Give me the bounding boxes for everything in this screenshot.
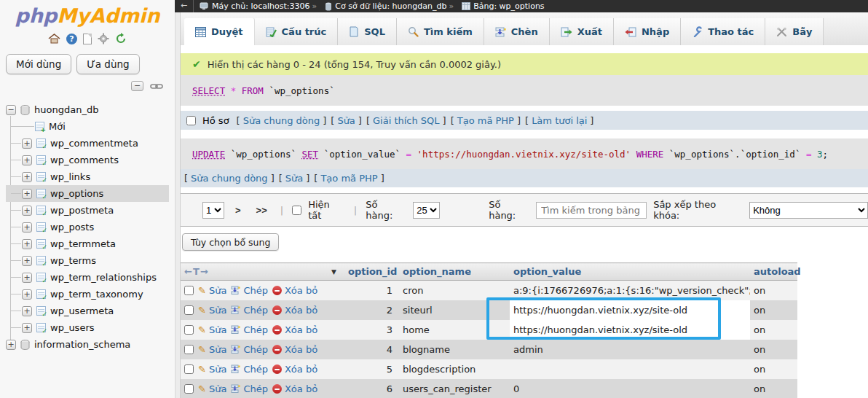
tab-sql[interactable]: SQL [338, 18, 397, 45]
tab-recent[interactable]: Mới dùng [6, 54, 71, 74]
tree-table-wp_users[interactable]: +✓wp_users [6, 319, 175, 336]
cell-option_value-highlighted[interactable]: https://huongdan.vietnix.xyz/site-old [510, 300, 750, 320]
column-header-autoload[interactable]: autoload [750, 263, 797, 281]
row-checkbox[interactable] [184, 305, 194, 315]
row-delete-link[interactable]: Xóa bỏ [272, 344, 317, 355]
tab-favorites[interactable]: Ưa dùng [76, 54, 139, 74]
tab-operations[interactable]: Thao tác [681, 18, 765, 45]
row-checkbox[interactable] [184, 345, 194, 354]
phpmyadmin-logo[interactable]: phpMyAdmin [0, 0, 175, 27]
tab-import[interactable]: Nhập [614, 18, 681, 45]
tree-table-wp_term_taxonomy[interactable]: +✓wp_term_taxonomy [6, 286, 175, 303]
sort-by-key-select[interactable]: Không [749, 202, 868, 219]
cell-option_value[interactable]: 0 [510, 379, 750, 398]
tree-table-wp_comments[interactable]: +✓wp_comments [6, 152, 175, 168]
column-arrows-icon[interactable]: ←T→ [184, 266, 209, 277]
table-search-input[interactable] [536, 202, 647, 219]
expand-icon[interactable]: + [22, 222, 32, 233]
row-delete-link[interactable]: Xóa bỏ [272, 364, 317, 375]
breadcrumb-database-link[interactable]: Cơ sở dữ liệu: huongdan_db [335, 1, 446, 11]
link-icon[interactable] [150, 82, 163, 90]
create-php-code-link[interactable]: Tạo mã PHP [457, 115, 514, 126]
tree-table-wp_posts[interactable]: +✓wp_posts [6, 219, 175, 235]
help-icon[interactable]: ? [66, 34, 77, 44]
row-copy-link[interactable]: Chép [231, 324, 268, 335]
row-edit-link[interactable]: ✎Sửa [198, 324, 226, 335]
tab-triggers[interactable]: Bẫy [765, 18, 824, 45]
console-icon[interactable] [83, 34, 92, 44]
row-copy-link[interactable]: Chép [231, 364, 268, 375]
tree-table-wp_postmeta[interactable]: +✓wp_postmeta [6, 202, 175, 219]
show-all-checkbox[interactable] [292, 206, 301, 215]
tab-structure[interactable]: Cấu trúc [255, 18, 339, 45]
refresh-link[interactable]: Làm tươi lại [532, 115, 587, 126]
tree-db-information_schema[interactable]: + information_schema [6, 336, 175, 353]
profiling-checkbox[interactable] [186, 116, 196, 125]
tab-browse[interactable]: Duyệt [184, 18, 255, 45]
expand-icon[interactable]: + [22, 138, 32, 149]
expand-icon[interactable]: + [22, 172, 32, 182]
row-delete-link[interactable]: Xóa bỏ [272, 383, 317, 394]
edit-link[interactable]: Sửa [285, 173, 303, 184]
expand-icon[interactable]: + [22, 239, 32, 249]
extra-options-button[interactable]: Tùy chọn bổ sung [182, 233, 279, 251]
row-checkbox[interactable] [184, 364, 194, 374]
row-copy-link[interactable]: Chép [231, 285, 268, 296]
explain-sql-link[interactable]: Giải thích SQL [373, 115, 440, 126]
expand-icon[interactable]: + [22, 155, 32, 165]
next-page-button[interactable]: > [231, 203, 245, 217]
tree-new-table[interactable]: + Mới [6, 118, 175, 135]
row-checkbox[interactable] [184, 286, 194, 295]
tree-table-wp_links[interactable]: +✓wp_links [6, 168, 175, 185]
tab-insert[interactable]: Chèn [484, 18, 550, 45]
column-header-option_id[interactable]: option_id [344, 263, 399, 281]
tree-table-wp_usermeta[interactable]: +✓wp_usermeta [6, 303, 175, 319]
row-checkbox[interactable] [184, 325, 194, 335]
tab-search[interactable]: Tìm kiếm [397, 18, 484, 45]
collapse-all-icon[interactable]: − [131, 81, 143, 91]
expand-icon[interactable]: + [22, 306, 32, 316]
page-select[interactable]: 1 [202, 202, 224, 219]
refresh-icon[interactable] [115, 33, 127, 44]
expand-icon[interactable]: + [6, 340, 16, 350]
scrollbar-track[interactable] [175, 12, 181, 398]
tree-table-wp_term_relationships[interactable]: +✓wp_term_relationships [6, 269, 175, 286]
tab-export[interactable]: Xuất [550, 18, 614, 45]
expand-icon[interactable]: + [22, 206, 32, 216]
tree-db-huongdan_db[interactable]: − huongdan_db [6, 101, 175, 118]
collapse-icon[interactable]: − [6, 105, 16, 115]
row-copy-link[interactable]: Chép [231, 305, 268, 316]
row-delete-link[interactable]: Xóa bỏ [272, 285, 317, 296]
tree-table-wp_terms[interactable]: +✓wp_terms [6, 252, 175, 269]
expand-icon[interactable]: + [22, 323, 32, 333]
row-delete-link[interactable]: Xóa bỏ [272, 305, 317, 316]
cell-option_value[interactable]: a:9:{i:1766726976;a:1:{s:16:"wp_version_… [510, 281, 750, 301]
column-header-option_name[interactable]: option_name [399, 263, 510, 281]
row-edit-link[interactable]: ✎Sửa [198, 344, 226, 355]
column-header-option_value[interactable]: option_value [510, 263, 750, 281]
row-copy-link[interactable]: Chép [231, 383, 268, 394]
last-page-button[interactable]: >> [252, 203, 272, 217]
tree-table-wp_termmeta[interactable]: +✓wp_termmeta [6, 235, 175, 252]
row-delete-link[interactable]: Xóa bỏ [272, 324, 317, 335]
breadcrumb-server-link[interactable]: Máy chủ: localhost:3306 [212, 1, 310, 11]
edit-inline-link[interactable]: Sửa chung dòng [243, 115, 320, 126]
tree-table-wp_commentmeta[interactable]: +✓wp_commentmeta [6, 135, 175, 152]
row-edit-link[interactable]: ✎Sửa [198, 285, 226, 296]
row-checkbox[interactable] [184, 384, 194, 394]
cell-option_value[interactable]: admin [510, 340, 750, 359]
rows-count-select[interactable]: 25 [413, 202, 440, 219]
expand-icon[interactable]: + [22, 189, 32, 199]
row-copy-link[interactable]: Chép [231, 344, 268, 355]
row-edit-link[interactable]: ✎Sửa [198, 383, 226, 394]
settings-gear-icon[interactable] [98, 33, 109, 44]
create-php-code-link[interactable]: Tạo mã PHP [320, 173, 377, 184]
breadcrumb-table-link[interactable]: Bảng: wp_options [473, 1, 544, 11]
cell-option_value[interactable] [510, 359, 750, 379]
cell-option_value-highlighted[interactable]: https://huongdan.vietnix.xyz/site-old [510, 320, 750, 340]
row-edit-link[interactable]: ✎Sửa [198, 364, 226, 375]
options-dropdown-icon[interactable]: ▼ [331, 268, 341, 276]
expand-icon[interactable]: + [22, 256, 32, 266]
edit-inline-link[interactable]: Sửa chung dòng [191, 173, 268, 184]
home-icon[interactable] [48, 33, 60, 44]
